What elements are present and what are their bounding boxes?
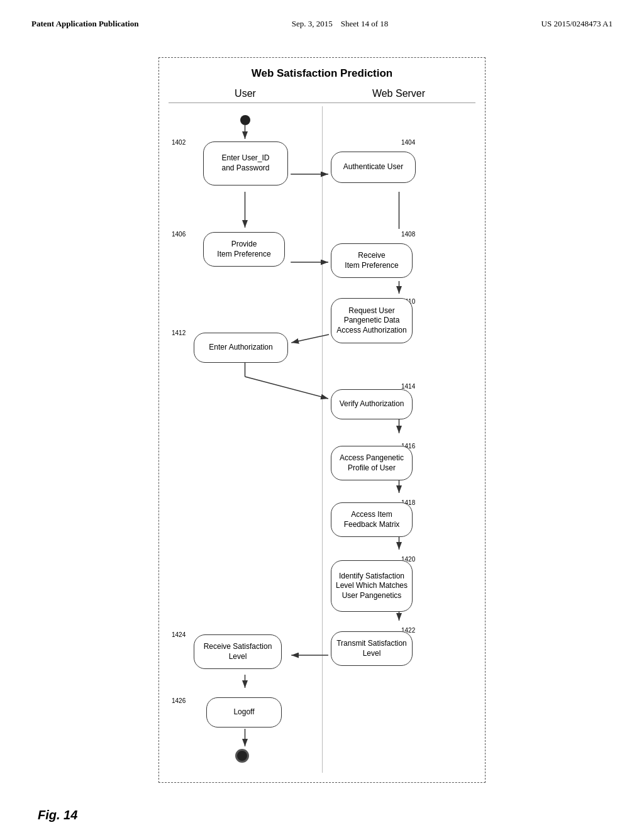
header-left: Patent Application Publication: [31, 19, 138, 29]
node-1424: Receive SatisfactionLevel: [194, 634, 282, 669]
node-1404: Authenticate User: [331, 152, 416, 183]
diagram-container: Web Satisfaction Prediction User Web Ser…: [158, 57, 486, 783]
node-1402-label: 1402: [172, 139, 186, 146]
node-1424-label: 1424: [172, 631, 186, 638]
diagram-title: Web Satisfaction Prediction: [169, 67, 475, 80]
node-1408-label: 1408: [401, 231, 415, 238]
node-1418: Access ItemFeedback Matrix: [331, 502, 413, 537]
swimlane-headers: User Web Server: [169, 85, 475, 103]
fig-label: Fig. 14: [38, 808, 644, 822]
node-1426-label: 1426: [172, 697, 186, 704]
node-1404-label: 1404: [401, 139, 415, 146]
node-1426: Logoff: [206, 697, 282, 728]
node-1402: Enter User_IDand Password: [203, 141, 288, 185]
end-circle: [235, 749, 249, 763]
header-date: Sep. 3, 2015: [292, 19, 333, 28]
svg-line-7: [291, 335, 329, 343]
page-header: Patent Application Publication Sep. 3, 2…: [0, 0, 644, 35]
node-1416: Access PangeneticProfile of User: [331, 446, 413, 480]
header-sheet: Sheet 14 of 18: [341, 19, 388, 28]
svg-line-9: [245, 377, 328, 399]
node-1422: Transmit SatisfactionLevel: [331, 631, 413, 666]
node-1408: ReceiveItem Preference: [331, 243, 413, 278]
start-circle: [240, 115, 250, 125]
node-1414: Verify Authorization: [331, 389, 413, 419]
node-1412-label: 1412: [172, 329, 186, 336]
lane-divider: [322, 106, 323, 773]
node-1420: Identify SatisfactionLevel Which Matches…: [331, 560, 413, 612]
node-1412: Enter Authorization: [194, 333, 288, 363]
node-1406: ProvideItem Preference: [203, 232, 285, 267]
node-1410: Request UserPangenetic DataAccess Author…: [331, 298, 413, 343]
lane-server-header: Web Server: [322, 85, 475, 102]
header-center: Sep. 3, 2015 Sheet 14 of 18: [292, 19, 388, 29]
lane-user-header: User: [169, 85, 322, 102]
node-1406-label: 1406: [172, 231, 186, 238]
header-right: US 2015/0248473 A1: [541, 19, 613, 29]
